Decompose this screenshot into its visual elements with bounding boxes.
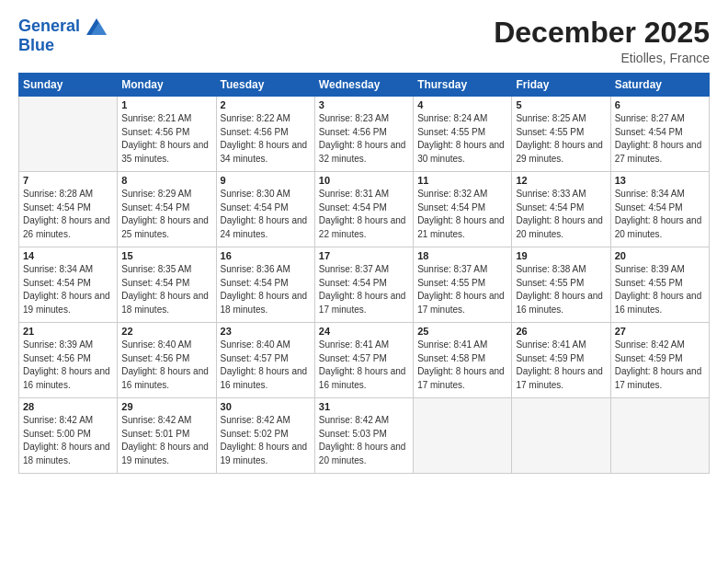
calendar-cell: 6 Sunrise: 8:27 AMSunset: 4:54 PMDayligh… xyxy=(610,97,709,172)
calendar-cell: 13 Sunrise: 8:34 AMSunset: 4:54 PMDaylig… xyxy=(610,172,709,247)
day-info: Sunrise: 8:32 AMSunset: 4:54 PMDaylight:… xyxy=(417,188,507,241)
day-info: Sunrise: 8:42 AMSunset: 5:01 PMDaylight:… xyxy=(121,414,211,467)
calendar-page: General Blue December 2025 Etiolles, Fra… xyxy=(0,0,728,563)
header-wednesday: Wednesday xyxy=(314,74,413,97)
calendar-cell: 9 Sunrise: 8:30 AMSunset: 4:54 PMDayligh… xyxy=(216,172,314,247)
calendar-cell xyxy=(512,398,610,474)
calendar-cell: 21 Sunrise: 8:39 AMSunset: 4:56 PMDaylig… xyxy=(19,323,118,398)
day-number: 25 xyxy=(417,326,507,337)
day-number: 7 xyxy=(23,175,113,186)
calendar-cell xyxy=(414,398,512,474)
day-info: Sunrise: 8:29 AMSunset: 4:54 PMDaylight:… xyxy=(121,188,211,241)
calendar-cell: 11 Sunrise: 8:32 AMSunset: 4:54 PMDaylig… xyxy=(414,172,512,247)
week-row-0: 1 Sunrise: 8:21 AMSunset: 4:56 PMDayligh… xyxy=(19,97,710,172)
logo: General Blue xyxy=(18,17,107,54)
day-info: Sunrise: 8:30 AMSunset: 4:54 PMDaylight:… xyxy=(221,188,311,241)
calendar-cell: 15 Sunrise: 8:35 AMSunset: 4:54 PMDaylig… xyxy=(118,247,216,323)
calendar-cell: 17 Sunrise: 8:37 AMSunset: 4:54 PMDaylig… xyxy=(314,247,413,323)
day-info: Sunrise: 8:42 AMSunset: 5:02 PMDaylight:… xyxy=(221,414,311,467)
calendar-cell: 5 Sunrise: 8:25 AMSunset: 4:55 PMDayligh… xyxy=(512,97,610,172)
day-number: 23 xyxy=(221,326,311,337)
logo-line1: General xyxy=(18,17,80,35)
day-info: Sunrise: 8:40 AMSunset: 4:56 PMDaylight:… xyxy=(121,339,211,392)
day-info: Sunrise: 8:38 AMSunset: 4:55 PMDaylight:… xyxy=(516,263,606,316)
calendar-cell: 28 Sunrise: 8:42 AMSunset: 5:00 PMDaylig… xyxy=(19,398,118,474)
day-info: Sunrise: 8:35 AMSunset: 4:54 PMDaylight:… xyxy=(121,263,211,316)
month-title: December 2025 xyxy=(494,17,710,49)
header: General Blue December 2025 Etiolles, Fra… xyxy=(18,17,710,65)
day-info: Sunrise: 8:27 AMSunset: 4:54 PMDaylight:… xyxy=(615,112,705,166)
day-info: Sunrise: 8:41 AMSunset: 4:58 PMDaylight:… xyxy=(417,339,507,392)
day-info: Sunrise: 8:34 AMSunset: 4:54 PMDaylight:… xyxy=(23,263,113,316)
calendar-cell: 12 Sunrise: 8:33 AMSunset: 4:54 PMDaylig… xyxy=(512,172,610,247)
day-number: 19 xyxy=(516,250,606,261)
day-number: 5 xyxy=(516,99,606,110)
day-number: 11 xyxy=(417,175,507,186)
header-friday: Friday xyxy=(512,74,610,97)
header-sunday: Sunday xyxy=(19,74,118,97)
calendar-cell: 4 Sunrise: 8:24 AMSunset: 4:55 PMDayligh… xyxy=(414,97,512,172)
week-row-4: 28 Sunrise: 8:42 AMSunset: 5:00 PMDaylig… xyxy=(19,398,710,474)
header-monday: Monday xyxy=(118,74,216,97)
calendar-cell: 30 Sunrise: 8:42 AMSunset: 5:02 PMDaylig… xyxy=(216,398,314,474)
calendar-cell: 1 Sunrise: 8:21 AMSunset: 4:56 PMDayligh… xyxy=(118,97,216,172)
day-number: 14 xyxy=(23,250,113,261)
day-number: 16 xyxy=(221,250,311,261)
day-info: Sunrise: 8:42 AMSunset: 5:03 PMDaylight:… xyxy=(319,414,409,467)
week-row-3: 21 Sunrise: 8:39 AMSunset: 4:56 PMDaylig… xyxy=(19,323,710,398)
calendar-cell: 7 Sunrise: 8:28 AMSunset: 4:54 PMDayligh… xyxy=(19,172,118,247)
header-saturday: Saturday xyxy=(610,74,709,97)
day-number: 15 xyxy=(121,250,211,261)
day-number: 28 xyxy=(23,401,113,412)
calendar-cell: 19 Sunrise: 8:38 AMSunset: 4:55 PMDaylig… xyxy=(512,247,610,323)
day-number: 18 xyxy=(417,250,507,261)
day-info: Sunrise: 8:42 AMSunset: 5:00 PMDaylight:… xyxy=(23,414,113,467)
day-info: Sunrise: 8:25 AMSunset: 4:55 PMDaylight:… xyxy=(516,112,606,166)
title-block: December 2025 Etiolles, France xyxy=(494,17,710,65)
header-row: SundayMondayTuesdayWednesdayThursdayFrid… xyxy=(19,74,710,97)
calendar-cell xyxy=(19,97,118,172)
day-number: 8 xyxy=(121,175,211,186)
header-thursday: Thursday xyxy=(414,74,512,97)
logo-text: General xyxy=(18,17,107,36)
day-number: 1 xyxy=(121,99,211,110)
calendar-cell: 22 Sunrise: 8:40 AMSunset: 4:56 PMDaylig… xyxy=(118,323,216,398)
calendar-cell: 27 Sunrise: 8:42 AMSunset: 4:59 PMDaylig… xyxy=(610,323,709,398)
calendar-cell: 16 Sunrise: 8:36 AMSunset: 4:54 PMDaylig… xyxy=(216,247,314,323)
week-row-1: 7 Sunrise: 8:28 AMSunset: 4:54 PMDayligh… xyxy=(19,172,710,247)
header-tuesday: Tuesday xyxy=(216,74,314,97)
day-number: 30 xyxy=(221,401,311,412)
calendar-cell: 26 Sunrise: 8:41 AMSunset: 4:59 PMDaylig… xyxy=(512,323,610,398)
day-number: 22 xyxy=(121,326,211,337)
calendar-cell xyxy=(610,398,709,474)
day-info: Sunrise: 8:33 AMSunset: 4:54 PMDaylight:… xyxy=(516,188,606,241)
calendar-cell: 20 Sunrise: 8:39 AMSunset: 4:55 PMDaylig… xyxy=(610,247,709,323)
calendar-cell: 8 Sunrise: 8:29 AMSunset: 4:54 PMDayligh… xyxy=(118,172,216,247)
day-number: 26 xyxy=(516,326,606,337)
day-number: 20 xyxy=(615,250,705,261)
calendar-cell: 14 Sunrise: 8:34 AMSunset: 4:54 PMDaylig… xyxy=(19,247,118,323)
calendar-cell: 29 Sunrise: 8:42 AMSunset: 5:01 PMDaylig… xyxy=(118,398,216,474)
day-info: Sunrise: 8:40 AMSunset: 4:57 PMDaylight:… xyxy=(221,339,311,392)
day-info: Sunrise: 8:41 AMSunset: 4:59 PMDaylight:… xyxy=(516,339,606,392)
day-info: Sunrise: 8:24 AMSunset: 4:55 PMDaylight:… xyxy=(417,112,507,166)
day-number: 2 xyxy=(221,99,311,110)
calendar-cell: 24 Sunrise: 8:41 AMSunset: 4:57 PMDaylig… xyxy=(314,323,413,398)
day-info: Sunrise: 8:34 AMSunset: 4:54 PMDaylight:… xyxy=(615,188,705,241)
day-number: 4 xyxy=(417,99,507,110)
day-number: 6 xyxy=(615,99,705,110)
day-info: Sunrise: 8:36 AMSunset: 4:54 PMDaylight:… xyxy=(221,263,311,316)
calendar-cell: 18 Sunrise: 8:37 AMSunset: 4:55 PMDaylig… xyxy=(414,247,512,323)
day-info: Sunrise: 8:41 AMSunset: 4:57 PMDaylight:… xyxy=(319,339,409,392)
calendar-table: SundayMondayTuesdayWednesdayThursdayFrid… xyxy=(18,73,710,474)
day-number: 21 xyxy=(23,326,113,337)
logo-line2: Blue xyxy=(18,36,107,55)
day-number: 13 xyxy=(615,175,705,186)
day-info: Sunrise: 8:28 AMSunset: 4:54 PMDaylight:… xyxy=(23,188,113,241)
logo-icon xyxy=(86,18,107,35)
day-number: 3 xyxy=(319,99,409,110)
day-info: Sunrise: 8:39 AMSunset: 4:56 PMDaylight:… xyxy=(23,339,113,392)
day-number: 31 xyxy=(319,401,409,412)
day-number: 24 xyxy=(319,326,409,337)
day-number: 9 xyxy=(221,175,311,186)
